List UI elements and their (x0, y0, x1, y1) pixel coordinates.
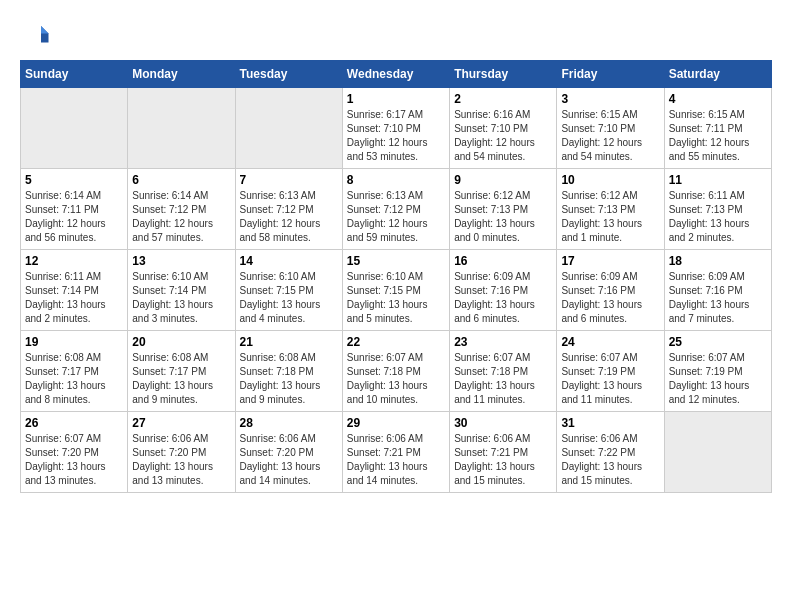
day-number: 15 (347, 254, 445, 268)
day-info: Sunrise: 6:07 AMSunset: 7:19 PMDaylight:… (561, 351, 659, 407)
day-info: Sunrise: 6:10 AMSunset: 7:14 PMDaylight:… (132, 270, 230, 326)
calendar-cell: 16Sunrise: 6:09 AMSunset: 7:16 PMDayligh… (450, 250, 557, 331)
calendar-cell: 8Sunrise: 6:13 AMSunset: 7:12 PMDaylight… (342, 169, 449, 250)
day-number: 1 (347, 92, 445, 106)
day-info: Sunrise: 6:07 AMSunset: 7:18 PMDaylight:… (347, 351, 445, 407)
calendar-cell: 19Sunrise: 6:08 AMSunset: 7:17 PMDayligh… (21, 331, 128, 412)
calendar-cell: 29Sunrise: 6:06 AMSunset: 7:21 PMDayligh… (342, 412, 449, 493)
calendar: SundayMondayTuesdayWednesdayThursdayFrid… (20, 60, 772, 493)
calendar-cell: 3Sunrise: 6:15 AMSunset: 7:10 PMDaylight… (557, 88, 664, 169)
day-info: Sunrise: 6:10 AMSunset: 7:15 PMDaylight:… (347, 270, 445, 326)
day-info: Sunrise: 6:06 AMSunset: 7:21 PMDaylight:… (454, 432, 552, 488)
day-number: 10 (561, 173, 659, 187)
day-number: 25 (669, 335, 767, 349)
day-info: Sunrise: 6:06 AMSunset: 7:21 PMDaylight:… (347, 432, 445, 488)
day-number: 19 (25, 335, 123, 349)
calendar-cell: 27Sunrise: 6:06 AMSunset: 7:20 PMDayligh… (128, 412, 235, 493)
day-info: Sunrise: 6:15 AMSunset: 7:10 PMDaylight:… (561, 108, 659, 164)
day-info: Sunrise: 6:09 AMSunset: 7:16 PMDaylight:… (669, 270, 767, 326)
day-number: 31 (561, 416, 659, 430)
calendar-cell: 11Sunrise: 6:11 AMSunset: 7:13 PMDayligh… (664, 169, 771, 250)
calendar-body: 1Sunrise: 6:17 AMSunset: 7:10 PMDaylight… (21, 88, 772, 493)
day-number: 8 (347, 173, 445, 187)
calendar-cell (128, 88, 235, 169)
day-number: 30 (454, 416, 552, 430)
weekday-header-sunday: Sunday (21, 61, 128, 88)
weekday-header-monday: Monday (128, 61, 235, 88)
calendar-cell: 18Sunrise: 6:09 AMSunset: 7:16 PMDayligh… (664, 250, 771, 331)
weekday-header-row: SundayMondayTuesdayWednesdayThursdayFrid… (21, 61, 772, 88)
day-number: 27 (132, 416, 230, 430)
calendar-cell (21, 88, 128, 169)
weekday-header-tuesday: Tuesday (235, 61, 342, 88)
day-number: 28 (240, 416, 338, 430)
day-number: 9 (454, 173, 552, 187)
day-info: Sunrise: 6:11 AMSunset: 7:14 PMDaylight:… (25, 270, 123, 326)
week-row-3: 12Sunrise: 6:11 AMSunset: 7:14 PMDayligh… (21, 250, 772, 331)
calendar-cell: 5Sunrise: 6:14 AMSunset: 7:11 PMDaylight… (21, 169, 128, 250)
calendar-cell: 14Sunrise: 6:10 AMSunset: 7:15 PMDayligh… (235, 250, 342, 331)
day-number: 16 (454, 254, 552, 268)
day-number: 13 (132, 254, 230, 268)
day-info: Sunrise: 6:14 AMSunset: 7:11 PMDaylight:… (25, 189, 123, 245)
day-number: 24 (561, 335, 659, 349)
calendar-cell: 31Sunrise: 6:06 AMSunset: 7:22 PMDayligh… (557, 412, 664, 493)
week-row-5: 26Sunrise: 6:07 AMSunset: 7:20 PMDayligh… (21, 412, 772, 493)
day-number: 29 (347, 416, 445, 430)
day-info: Sunrise: 6:16 AMSunset: 7:10 PMDaylight:… (454, 108, 552, 164)
day-info: Sunrise: 6:07 AMSunset: 7:19 PMDaylight:… (669, 351, 767, 407)
calendar-cell: 17Sunrise: 6:09 AMSunset: 7:16 PMDayligh… (557, 250, 664, 331)
calendar-cell: 6Sunrise: 6:14 AMSunset: 7:12 PMDaylight… (128, 169, 235, 250)
calendar-cell: 21Sunrise: 6:08 AMSunset: 7:18 PMDayligh… (235, 331, 342, 412)
day-number: 3 (561, 92, 659, 106)
calendar-cell: 24Sunrise: 6:07 AMSunset: 7:19 PMDayligh… (557, 331, 664, 412)
calendar-cell: 1Sunrise: 6:17 AMSunset: 7:10 PMDaylight… (342, 88, 449, 169)
day-info: Sunrise: 6:17 AMSunset: 7:10 PMDaylight:… (347, 108, 445, 164)
calendar-cell: 13Sunrise: 6:10 AMSunset: 7:14 PMDayligh… (128, 250, 235, 331)
day-number: 5 (25, 173, 123, 187)
calendar-cell: 30Sunrise: 6:06 AMSunset: 7:21 PMDayligh… (450, 412, 557, 493)
day-info: Sunrise: 6:06 AMSunset: 7:22 PMDaylight:… (561, 432, 659, 488)
week-row-4: 19Sunrise: 6:08 AMSunset: 7:17 PMDayligh… (21, 331, 772, 412)
calendar-cell: 7Sunrise: 6:13 AMSunset: 7:12 PMDaylight… (235, 169, 342, 250)
weekday-header-wednesday: Wednesday (342, 61, 449, 88)
day-info: Sunrise: 6:09 AMSunset: 7:16 PMDaylight:… (454, 270, 552, 326)
day-info: Sunrise: 6:11 AMSunset: 7:13 PMDaylight:… (669, 189, 767, 245)
week-row-2: 5Sunrise: 6:14 AMSunset: 7:11 PMDaylight… (21, 169, 772, 250)
weekday-header-thursday: Thursday (450, 61, 557, 88)
calendar-cell: 12Sunrise: 6:11 AMSunset: 7:14 PMDayligh… (21, 250, 128, 331)
calendar-cell: 15Sunrise: 6:10 AMSunset: 7:15 PMDayligh… (342, 250, 449, 331)
calendar-cell: 22Sunrise: 6:07 AMSunset: 7:18 PMDayligh… (342, 331, 449, 412)
calendar-cell: 4Sunrise: 6:15 AMSunset: 7:11 PMDaylight… (664, 88, 771, 169)
calendar-cell (664, 412, 771, 493)
weekday-header-saturday: Saturday (664, 61, 771, 88)
day-info: Sunrise: 6:07 AMSunset: 7:20 PMDaylight:… (25, 432, 123, 488)
day-info: Sunrise: 6:15 AMSunset: 7:11 PMDaylight:… (669, 108, 767, 164)
logo (20, 20, 54, 50)
day-info: Sunrise: 6:08 AMSunset: 7:17 PMDaylight:… (132, 351, 230, 407)
day-number: 22 (347, 335, 445, 349)
calendar-cell: 10Sunrise: 6:12 AMSunset: 7:13 PMDayligh… (557, 169, 664, 250)
day-number: 4 (669, 92, 767, 106)
day-number: 6 (132, 173, 230, 187)
day-info: Sunrise: 6:12 AMSunset: 7:13 PMDaylight:… (454, 189, 552, 245)
day-number: 7 (240, 173, 338, 187)
day-info: Sunrise: 6:10 AMSunset: 7:15 PMDaylight:… (240, 270, 338, 326)
calendar-cell: 9Sunrise: 6:12 AMSunset: 7:13 PMDaylight… (450, 169, 557, 250)
calendar-cell: 20Sunrise: 6:08 AMSunset: 7:17 PMDayligh… (128, 331, 235, 412)
calendar-cell: 26Sunrise: 6:07 AMSunset: 7:20 PMDayligh… (21, 412, 128, 493)
calendar-cell (235, 88, 342, 169)
day-info: Sunrise: 6:08 AMSunset: 7:18 PMDaylight:… (240, 351, 338, 407)
calendar-cell: 25Sunrise: 6:07 AMSunset: 7:19 PMDayligh… (664, 331, 771, 412)
day-number: 21 (240, 335, 338, 349)
logo-icon (20, 20, 50, 50)
day-number: 14 (240, 254, 338, 268)
day-info: Sunrise: 6:09 AMSunset: 7:16 PMDaylight:… (561, 270, 659, 326)
day-number: 12 (25, 254, 123, 268)
day-info: Sunrise: 6:07 AMSunset: 7:18 PMDaylight:… (454, 351, 552, 407)
day-number: 20 (132, 335, 230, 349)
day-number: 18 (669, 254, 767, 268)
day-number: 26 (25, 416, 123, 430)
page-header (20, 20, 772, 50)
week-row-1: 1Sunrise: 6:17 AMSunset: 7:10 PMDaylight… (21, 88, 772, 169)
